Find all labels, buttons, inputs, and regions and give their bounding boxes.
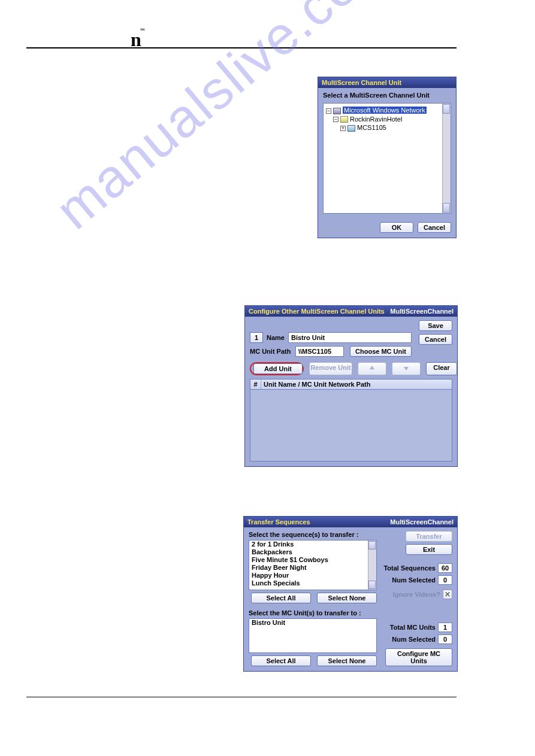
scroll-down-icon[interactable]: [443, 203, 450, 212]
computer-icon: [347, 125, 355, 132]
list-item[interactable]: Bistro Unit: [249, 619, 376, 627]
tree-label: RockinRavinHotel: [350, 116, 402, 123]
name-label: Name: [267, 334, 285, 341]
list-item[interactable]: Friday Beer Night: [249, 564, 376, 572]
num-selected-seq-label: Num Selected: [392, 576, 436, 584]
dialog-titlebar: MultiScreen Channel Unit: [318, 77, 456, 88]
choose-mcunit-button[interactable]: Choose MC Unit: [350, 346, 412, 357]
list-item[interactable]: Lunch Specials: [249, 579, 376, 587]
expand-icon[interactable]: −: [326, 108, 331, 114]
path-input[interactable]: \\MSC1105: [295, 346, 344, 357]
sequences-list[interactable]: 2 for 1 Drinks Backpackers Five Minute $…: [249, 540, 377, 590]
tree-label: Microsoft Windows Network: [343, 107, 427, 114]
units-list[interactable]: Bistro Unit: [249, 618, 377, 653]
list-item[interactable]: 2 for 1 Drinks: [249, 541, 376, 548]
scrollbar[interactable]: [368, 541, 376, 590]
col-index: #: [250, 379, 261, 389]
scrollbar[interactable]: [442, 104, 451, 213]
expand-icon[interactable]: +: [340, 126, 346, 131]
ok-button[interactable]: OK: [380, 222, 413, 233]
configure-units-dialog: Configure Other MultiScreen Channel Unit…: [244, 305, 458, 467]
select-all-seq-button[interactable]: Select All: [251, 593, 311, 603]
add-unit-highlight: Add Unit: [250, 362, 304, 375]
brand-label: MultiScreenChannel: [390, 308, 454, 315]
list-item[interactable]: Backpackers: [249, 548, 376, 556]
total-units-label: Total MC Units: [390, 624, 436, 631]
list-item[interactable]: Five Minute $1 Cowboys: [249, 556, 376, 564]
cancel-button[interactable]: Cancel: [419, 334, 452, 345]
units-prompt: Select the MC Unit(s) to transfer to :: [249, 609, 452, 617]
network-icon: [333, 108, 341, 114]
select-prompt: Select a MultiScreen Channel Unit: [318, 88, 456, 101]
sequences-prompt: Select the sequence(s) to transfer :: [249, 531, 377, 538]
name-input[interactable]: Bistro Unit: [288, 332, 412, 343]
arrow-up-icon: [369, 365, 375, 371]
select-none-units-button[interactable]: Select None: [317, 655, 377, 666]
transfer-sequences-dialog: Transfer Sequences MultiScreenChannel Se…: [243, 516, 458, 672]
dialog-titlebar: Transfer Sequences MultiScreenChannel: [244, 517, 457, 527]
grid-header: # Unit Name / MC Unit Network Path: [250, 379, 452, 390]
ignore-videos-label: Ignore Videos?: [393, 591, 440, 598]
title-text: Transfer Sequences: [247, 518, 310, 526]
tree-label: MCS1105: [357, 124, 386, 131]
total-sequences-label: Total Sequences: [383, 564, 436, 572]
num-selected-units-value: 0: [438, 634, 452, 644]
scroll-up-icon[interactable]: [443, 104, 450, 114]
workgroup-icon: [340, 116, 348, 123]
logo-n: n: [131, 29, 146, 51]
expand-icon[interactable]: −: [333, 117, 338, 122]
add-unit-button[interactable]: Add Unit: [253, 363, 303, 374]
move-down-button[interactable]: [392, 362, 421, 375]
list-item[interactable]: Happy Hour: [249, 572, 376, 579]
tree-node-workgroup[interactable]: −RockinRavinHotel: [326, 115, 448, 124]
unit-grid[interactable]: [250, 390, 452, 462]
unit-index: 1: [250, 332, 263, 343]
scroll-up-icon[interactable]: [368, 541, 376, 549]
scroll-down-icon[interactable]: [368, 581, 376, 589]
select-all-units-button[interactable]: Select All: [251, 655, 311, 666]
select-none-seq-button[interactable]: Select None: [317, 593, 377, 603]
move-up-button[interactable]: [358, 362, 386, 375]
dialog-titlebar: Configure Other MultiScreen Channel Unit…: [245, 306, 457, 317]
tree-node-computer[interactable]: +MCS1105: [326, 123, 448, 132]
total-units-value: 1: [438, 623, 452, 632]
remove-unit-button[interactable]: Remove Unit: [309, 362, 352, 375]
total-sequences-value: 60: [438, 563, 452, 573]
cancel-button[interactable]: Cancel: [418, 222, 451, 233]
configure-mcunits-button[interactable]: Configure MC Units: [385, 648, 452, 666]
transfer-button[interactable]: Transfer: [406, 531, 452, 542]
brand-label: MultiScreenChannel: [390, 518, 454, 526]
col-name: Unit Name / MC Unit Network Path: [261, 379, 452, 389]
tree-node-network[interactable]: −Microsoft Windows Network: [326, 106, 448, 115]
title-text: Configure Other MultiScreen Channel Unit…: [249, 308, 385, 315]
path-label: MC Unit Path: [250, 348, 292, 355]
ignore-videos-checkbox[interactable]: ✕: [443, 590, 452, 599]
clear-button[interactable]: Clear: [426, 362, 457, 375]
select-mcunit-dialog: MultiScreen Channel Unit Select a MultiS…: [318, 77, 457, 238]
network-tree[interactable]: −Microsoft Windows Network −RockinRavinH…: [323, 103, 451, 214]
save-button[interactable]: Save: [419, 320, 452, 331]
arrow-down-icon: [403, 365, 409, 371]
watermark: manualslive.com: [44, 0, 359, 241]
num-selected-units-label: Num Selected: [392, 636, 436, 643]
exit-button[interactable]: Exit: [406, 544, 452, 555]
num-selected-seq-value: 0: [438, 575, 452, 585]
